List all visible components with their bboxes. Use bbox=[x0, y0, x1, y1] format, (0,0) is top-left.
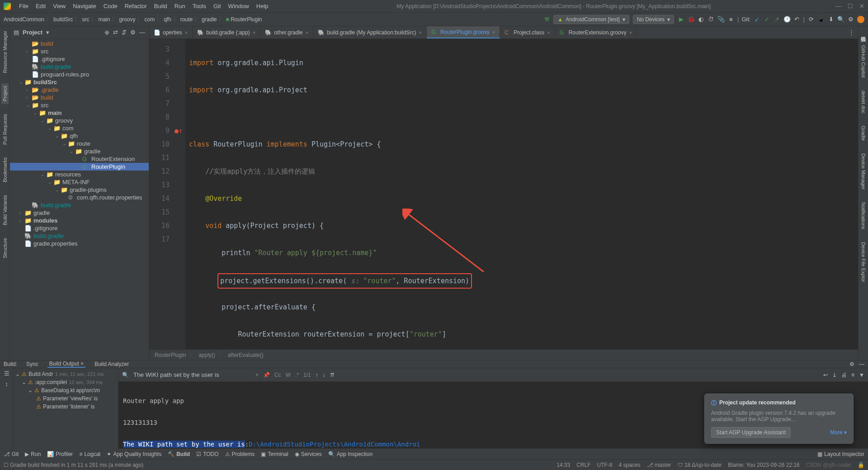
close-icon[interactable]: × bbox=[185, 30, 188, 35]
tool-device-manager[interactable]: Device Manager bbox=[860, 151, 867, 192]
git-commit-icon[interactable]: ✓ bbox=[764, 16, 771, 23]
tab-sync[interactable]: Sync bbox=[24, 361, 40, 367]
tree-item[interactable]: ⌄📁qfh bbox=[10, 132, 149, 140]
gear-icon[interactable]: ⚙ bbox=[130, 29, 136, 36]
tree-item[interactable]: GRouterExtension bbox=[10, 155, 149, 163]
editor-tab[interactable]: GRouterExtension.groovy× bbox=[555, 26, 637, 38]
crumb[interactable]: groovy bbox=[119, 16, 135, 23]
next-icon[interactable]: ↓ bbox=[323, 372, 326, 378]
maximize-icon[interactable]: ☐ bbox=[848, 3, 853, 9]
code-area[interactable]: import org.gradle.api.Plugin import org.… bbox=[185, 39, 858, 349]
menu-window[interactable]: Window bbox=[225, 3, 253, 9]
tool-gradle[interactable]: Gradle bbox=[860, 123, 867, 143]
avatar-icon[interactable] bbox=[857, 16, 864, 23]
tree-item[interactable]: ⚙com.qfh.router.properties bbox=[10, 194, 149, 201]
tool-structure[interactable]: Structure bbox=[1, 235, 9, 261]
match-case-icon[interactable]: Cc bbox=[274, 372, 281, 378]
tree-item[interactable]: ⌄📁gradle-plugins bbox=[10, 186, 149, 194]
target-icon[interactable]: ⊕ bbox=[104, 29, 109, 36]
crumb[interactable]: afterEvaluate{} bbox=[228, 352, 264, 358]
start-upgrade-button[interactable]: Start AGP Upgrade Assistant bbox=[711, 427, 791, 438]
search-input[interactable] bbox=[133, 371, 251, 378]
profile-icon[interactable]: ⏱ bbox=[708, 16, 715, 23]
tab-build-analyzer[interactable]: Build Analyzer bbox=[93, 361, 131, 367]
editor-tab[interactable]: 🐘build.gradle (My Application:buildSrc)× bbox=[313, 26, 427, 38]
project-tree[interactable]: 📂build›📁src📄.gitignore🐘build.gradle📄prog… bbox=[10, 39, 149, 360]
expand-icon[interactable]: ↕ bbox=[5, 380, 8, 387]
device-selector[interactable]: No Devices ▾ bbox=[633, 15, 674, 24]
menu-code[interactable]: Code bbox=[100, 3, 121, 9]
editor-tab[interactable]: CProject.class× bbox=[500, 26, 555, 38]
tree-item[interactable]: ›📁modules bbox=[10, 217, 149, 224]
tool-pull-requests[interactable]: Pull Requests bbox=[1, 111, 9, 147]
tree-item[interactable]: 📄.gitignore bbox=[10, 55, 149, 63]
crumb[interactable]: com bbox=[144, 16, 155, 23]
hide-icon[interactable]: — bbox=[859, 361, 864, 367]
close-icon[interactable]: ✕ bbox=[859, 3, 864, 9]
crumb[interactable]: gradle bbox=[202, 16, 217, 23]
build-tree-item[interactable]: ⌄⚠Build Andr 1 min, 11 sec, 221 ms bbox=[15, 370, 116, 378]
tool-git[interactable]: ⎇ Git bbox=[4, 451, 19, 457]
sync-icon[interactable]: ⟳ bbox=[807, 16, 815, 23]
hide-icon[interactable]: — bbox=[139, 29, 145, 36]
crumb[interactable]: AndroidCommon bbox=[4, 16, 44, 23]
menu-refactor[interactable]: Refactor bbox=[121, 3, 151, 9]
crumb[interactable]: route bbox=[180, 16, 193, 23]
crumb[interactable]: apply() bbox=[198, 352, 215, 358]
menu-run[interactable]: Run bbox=[171, 3, 189, 9]
soft-wrap-icon[interactable]: ↩ bbox=[823, 372, 828, 378]
pin-icon[interactable]: 📌 bbox=[263, 372, 270, 378]
crumb[interactable]: src bbox=[82, 16, 89, 23]
menu-build[interactable]: Build bbox=[151, 3, 171, 9]
editor-tab[interactable]: GRouterPlugin.groovy× bbox=[427, 26, 500, 38]
debug-icon[interactable]: 🐞 bbox=[688, 16, 695, 23]
collapse-icon[interactable]: ⇵ bbox=[122, 29, 127, 36]
tree-item[interactable]: 📄.gitignore bbox=[10, 224, 149, 232]
tree-item[interactable]: ⌄📁com bbox=[10, 124, 149, 132]
tree-item[interactable]: ⌄📁main bbox=[10, 109, 149, 117]
minimize-icon[interactable]: — bbox=[835, 3, 841, 9]
status-icon[interactable]: ☐ bbox=[4, 462, 9, 468]
tool-bookmarks[interactable]: Bookmarks bbox=[1, 155, 9, 185]
tree-item[interactable]: 🐘build.gradle bbox=[10, 201, 149, 209]
select-all-icon[interactable]: ⇈ bbox=[330, 372, 335, 378]
tool-profiler[interactable]: 📊 Profiler bbox=[47, 451, 73, 457]
run-icon[interactable]: ▶ bbox=[678, 16, 685, 23]
close-icon[interactable]: × bbox=[80, 361, 84, 367]
tool-resource-manager[interactable]: Resource Manager bbox=[1, 28, 9, 76]
tool-notifications[interactable]: Notifications bbox=[860, 199, 867, 232]
expand-icon[interactable]: ⇄ bbox=[113, 29, 118, 36]
crumb[interactable]: main bbox=[98, 16, 110, 23]
avd-icon[interactable]: 📱 bbox=[817, 16, 825, 23]
tree-item[interactable]: ›📂.gradle bbox=[10, 86, 149, 94]
crumb[interactable]: qfh bbox=[164, 16, 171, 23]
more-link[interactable]: More ▾ bbox=[830, 429, 847, 436]
tree-item[interactable]: 🐘build.gradle bbox=[10, 63, 149, 71]
close-icon[interactable]: × bbox=[547, 30, 550, 35]
menu-git[interactable]: Git bbox=[210, 3, 225, 9]
menu-navigate[interactable]: Navigate bbox=[69, 3, 99, 9]
tree-item[interactable]: ›📁src bbox=[10, 47, 149, 55]
tree-item[interactable]: ⌄📁resources bbox=[10, 171, 149, 178]
crumb-active[interactable]: ■ RouterPlugin bbox=[226, 16, 262, 23]
build-tree-item[interactable]: ⌄⚠BaseDialog.kt app\src\m bbox=[15, 386, 116, 394]
editor-tab[interactable]: 🐘other.gradle× bbox=[260, 26, 313, 38]
tool-logcat[interactable]: ≡ Logcat bbox=[79, 451, 100, 457]
tool-detekt[interactable]: detekt doc bbox=[860, 88, 867, 116]
filter-icon[interactable]: ☰ bbox=[4, 370, 9, 377]
tool-code-search[interactable]: 代码文档搜索 bbox=[859, 30, 868, 35]
tree-item[interactable]: ⌄📁route bbox=[10, 140, 149, 147]
more-tabs-icon[interactable]: ⋮ bbox=[849, 29, 854, 36]
search-icon[interactable]: 🔍 bbox=[837, 16, 844, 23]
git-history-icon[interactable]: 🕐 bbox=[783, 16, 791, 23]
stop-icon[interactable]: ■ bbox=[727, 16, 735, 23]
attach-icon[interactable]: 📎 bbox=[717, 16, 725, 23]
sdk-icon[interactable]: ⬇ bbox=[827, 16, 835, 23]
tree-item[interactable]: ⌄📁gradle bbox=[10, 147, 149, 155]
menu-file[interactable]: File bbox=[15, 3, 32, 9]
crumb[interactable]: buildSrc bbox=[53, 16, 73, 23]
close-icon[interactable]: × bbox=[492, 29, 495, 35]
regex-icon[interactable]: .* bbox=[295, 372, 299, 378]
tab-build-output[interactable]: Build Output × bbox=[47, 361, 85, 368]
tree-item[interactable]: ⌄📁src bbox=[10, 101, 149, 109]
